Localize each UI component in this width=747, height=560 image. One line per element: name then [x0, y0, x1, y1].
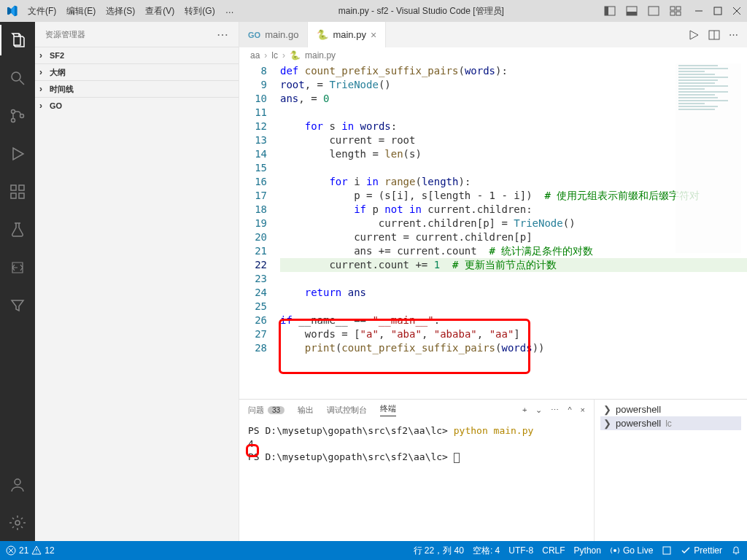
- layout-sidebar-left-icon[interactable]: [604, 5, 616, 17]
- window-minimize-icon[interactable]: [694, 7, 703, 15]
- check-icon: [681, 545, 691, 556]
- menu-selection[interactable]: 选择(S): [101, 2, 139, 20]
- menu-edit[interactable]: 编辑(E): [62, 2, 100, 20]
- status-cursor-position[interactable]: 行 22，列 40: [414, 545, 464, 557]
- svg-rect-5: [670, 7, 675, 10]
- chevron-right-icon: ›: [39, 50, 47, 61]
- python-file-icon: 🐍: [290, 50, 301, 61]
- warning-icon: [31, 545, 42, 556]
- sidebar-explorer: 资源管理器 ⋯ ›SF2 ›大纲 ›时间线 ›GO: [35, 22, 239, 541]
- sidebar-more-icon[interactable]: ⋯: [217, 28, 228, 42]
- svg-rect-21: [19, 185, 24, 190]
- activity-search-icon[interactable]: [0, 63, 35, 93]
- sidebar-section-outline[interactable]: ›大纲: [35, 64, 239, 80]
- run-icon[interactable]: [688, 29, 700, 41]
- svg-point-31: [614, 549, 616, 552]
- panel-tab-output[interactable]: 输出: [298, 405, 314, 416]
- svg-rect-10: [714, 7, 721, 15]
- status-extension-icon[interactable]: [662, 545, 672, 556]
- tab-label: main.py: [333, 29, 366, 40]
- breadcrumb-item[interactable]: main.py: [305, 50, 336, 61]
- panel-more-icon[interactable]: ⋯: [551, 405, 559, 415]
- svg-point-16: [12, 119, 15, 122]
- menu-file[interactable]: 文件(F): [23, 2, 61, 20]
- sidebar-title: 资源管理器: [45, 29, 85, 40]
- status-prettier[interactable]: Prettier: [681, 545, 722, 556]
- panel-tab-problems[interactable]: 问题33: [248, 405, 285, 416]
- vscode-logo-icon: [6, 5, 18, 17]
- window-close-icon[interactable]: [732, 7, 741, 15]
- status-bar: 21 12 行 22，列 40 空格: 4 UTF-8 CRLF Python …: [0, 541, 747, 560]
- terminal-item-label: powershell: [616, 418, 661, 429]
- activity-debug-icon[interactable]: [0, 139, 35, 169]
- breadcrumb[interactable]: aa› lc› 🐍 main.py: [239, 47, 747, 63]
- svg-rect-3: [627, 12, 637, 15]
- activity-scm-icon[interactable]: [0, 101, 35, 131]
- svg-rect-19: [11, 193, 16, 198]
- terminal-item-label: powershell: [616, 404, 661, 415]
- status-go-live[interactable]: Go Live: [610, 545, 653, 556]
- sidebar-section-go[interactable]: ›GO: [35, 98, 239, 114]
- status-encoding[interactable]: UTF-8: [508, 545, 533, 556]
- terminal-cursor: [454, 453, 460, 463]
- svg-rect-18: [11, 185, 16, 190]
- activity-account-icon[interactable]: [0, 470, 35, 500]
- sidebar-section-timeline[interactable]: ›时间线: [35, 81, 239, 97]
- activity-filter-icon[interactable]: [0, 290, 35, 321]
- tab-main-go[interactable]: GO main.go: [239, 22, 308, 47]
- terminal-output: 4: [248, 438, 254, 449]
- svg-rect-7: [670, 12, 675, 15]
- window-maximize-icon[interactable]: [713, 7, 722, 15]
- status-indentation[interactable]: 空格: 4: [473, 545, 500, 557]
- split-editor-icon[interactable]: [708, 29, 720, 41]
- breadcrumb-item[interactable]: lc: [271, 50, 278, 61]
- chevron-right-icon: ›: [39, 67, 47, 77]
- error-icon: [6, 545, 16, 556]
- tab-label: main.go: [265, 29, 298, 40]
- terminal-dropdown-icon[interactable]: ⌄: [535, 405, 542, 415]
- panel-tabs: 问题33 输出 调试控制台 终端 + ⌄ ⋯ ^ ×: [239, 400, 594, 420]
- activity-testing-icon[interactable]: [0, 214, 35, 245]
- bell-icon: [731, 545, 741, 556]
- breadcrumb-item[interactable]: aa: [250, 50, 260, 61]
- panel-close-icon[interactable]: ×: [581, 405, 585, 415]
- close-icon[interactable]: ×: [371, 29, 376, 41]
- terminal-item[interactable]: ❯ powershell: [600, 402, 741, 416]
- sidebar-section-sf2[interactable]: ›SF2: [35, 47, 239, 63]
- python-file-icon: 🐍: [317, 29, 328, 40]
- menu-view[interactable]: 查看(V): [141, 2, 179, 20]
- layout-panel-icon[interactable]: [626, 5, 638, 17]
- editor-area: GO main.go 🐍 main.py × ⋯ aa› lc› 🐍 main.…: [239, 22, 747, 541]
- broadcast-icon: [610, 545, 620, 556]
- panel-tab-terminal[interactable]: 终端: [380, 403, 396, 416]
- activity-settings-icon[interactable]: [0, 508, 35, 538]
- panel-tab-debug-console[interactable]: 调试控制台: [327, 405, 367, 416]
- chevron-right-icon: ›: [39, 101, 47, 111]
- status-eol[interactable]: CRLF: [542, 545, 565, 556]
- terminal-content[interactable]: PS D:\mysetup\gopath\src\sf2\aa\lc> pyth…: [239, 420, 594, 541]
- activity-extensions-icon[interactable]: [0, 176, 35, 207]
- terminal-item[interactable]: ❯ powershell lc: [600, 416, 741, 430]
- menu-go[interactable]: 转到(G): [180, 2, 219, 20]
- svg-point-23: [15, 521, 20, 525]
- status-language[interactable]: Python: [574, 545, 601, 556]
- layout-sidebar-right-icon[interactable]: [648, 5, 659, 17]
- minimap[interactable]: [676, 63, 741, 253]
- tab-main-py[interactable]: 🐍 main.py ×: [308, 22, 386, 47]
- status-notifications-icon[interactable]: [731, 545, 741, 556]
- shell-icon: ❯: [603, 418, 611, 429]
- activity-bar: [0, 22, 35, 541]
- activity-explorer-icon[interactable]: [0, 25, 35, 55]
- activity-go-icon[interactable]: [0, 252, 35, 283]
- status-errors[interactable]: 21 12: [6, 545, 55, 556]
- svg-rect-4: [649, 7, 659, 15]
- editor-more-icon[interactable]: ⋯: [729, 29, 738, 40]
- panel-maximize-icon[interactable]: ^: [568, 405, 571, 415]
- new-terminal-icon[interactable]: +: [522, 405, 527, 415]
- terminal-list: ❯ powershell ❯ powershell lc: [594, 400, 747, 541]
- layout-customize-icon[interactable]: [670, 5, 681, 17]
- svg-line-14: [20, 80, 24, 85]
- svg-point-22: [15, 479, 20, 485]
- svg-point-15: [12, 110, 15, 114]
- menu-more[interactable]: …: [221, 2, 239, 20]
